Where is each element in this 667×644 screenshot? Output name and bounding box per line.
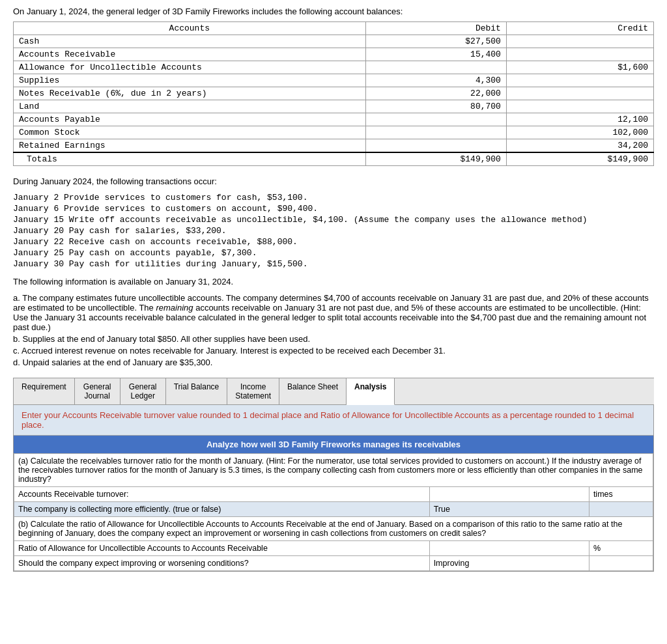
account-name: Common Stock xyxy=(14,126,366,139)
account-name: Land xyxy=(14,100,366,113)
account-name: Allowance for Uncollectible Accounts xyxy=(14,61,366,74)
total-credit: $149,900 xyxy=(506,152,653,166)
transaction-item: January 30 Pay cash for utilities during… xyxy=(13,259,654,269)
tab-requirement[interactable]: Requirement xyxy=(14,378,75,405)
debit-value: 80,700 xyxy=(365,100,506,113)
tabs-container: RequirementGeneralJournalGeneralLedgerTr… xyxy=(13,378,654,405)
improving-input-cell[interactable] xyxy=(429,556,589,571)
balance-row: Notes Receivable (6%, due in 2 years) 22… xyxy=(14,87,654,100)
debit-value xyxy=(365,126,506,139)
balance-row: Accounts Receivable 15,400 xyxy=(14,48,654,61)
account-name: Supplies xyxy=(14,74,366,87)
ratio-input-cell[interactable] xyxy=(429,541,589,556)
col-header-debit: Debit xyxy=(365,22,506,35)
info-item: d. Unpaid salaries at the end of January… xyxy=(13,357,654,367)
efficiency-row: The company is collecting more efficient… xyxy=(14,502,653,517)
credit-value xyxy=(506,74,653,87)
balance-table: Accounts Debit Credit Cash $27,500 Accou… xyxy=(13,21,654,166)
ar-turnover-row: Accounts Receivable turnover: times xyxy=(14,487,653,502)
transaction-item: January 2 Provide services to customers … xyxy=(13,193,654,203)
analysis-table: (a) Calculate the receivables turnover r… xyxy=(14,453,653,571)
tab-income-statement[interactable]: IncomeStatement xyxy=(227,378,279,405)
balance-row: Land 80,700 xyxy=(14,100,654,113)
ar-input[interactable] xyxy=(434,490,585,499)
available-text: The following information is available o… xyxy=(13,277,654,287)
debit-value xyxy=(365,61,506,74)
info-items: a. The company estimates future uncollec… xyxy=(13,293,654,367)
during-text: During January 2024, the following trans… xyxy=(13,176,654,186)
ratio-label: Ratio of Allowance for Uncollectible Acc… xyxy=(14,541,430,556)
ar-unit: times xyxy=(589,487,653,502)
ratio-row: Ratio of Allowance for Uncollectible Acc… xyxy=(14,541,653,556)
col-header-credit: Credit xyxy=(506,22,653,35)
debit-value: $27,500 xyxy=(365,35,506,48)
instruction-banner: Enter your Accounts Receivable turnover … xyxy=(14,405,653,436)
intro-text: On January 1, 2024, the general ledger o… xyxy=(13,7,654,16)
efficiency-label: The company is collecting more efficient… xyxy=(14,502,430,517)
balance-row: Accounts Payable 12,100 xyxy=(14,113,654,126)
part-a-desc-row: (a) Calculate the receivables turnover r… xyxy=(14,454,653,487)
balance-row: Cash $27,500 xyxy=(14,35,654,48)
balance-row: Supplies 4,300 xyxy=(14,74,654,87)
efficiency-input-cell[interactable] xyxy=(429,502,589,517)
debit-value xyxy=(365,139,506,153)
improving-label: Should the company expect improving or w… xyxy=(14,556,430,571)
debit-value: 22,000 xyxy=(365,87,506,100)
total-label: Totals xyxy=(14,152,366,166)
analysis-header: Analyze how well 3D Family Fireworks man… xyxy=(14,436,653,453)
tab-trial-balance[interactable]: Trial Balance xyxy=(166,378,228,405)
ar-label: Accounts Receivable turnover: xyxy=(14,487,430,502)
balance-row: Retained Earnings 34,200 xyxy=(14,139,654,153)
part-b-desc-row: (b) Calculate the ratio of Allowance for… xyxy=(14,517,653,541)
transaction-item: January 6 Provide services to customers … xyxy=(13,204,654,214)
part-b-desc: (b) Calculate the ratio of Allowance for… xyxy=(14,517,653,541)
transaction-item: January 22 Receive cash on accounts rece… xyxy=(13,237,654,247)
analysis-section: Analyze how well 3D Family Fireworks man… xyxy=(14,436,653,571)
ar-input-cell[interactable] xyxy=(429,487,589,502)
ratio-unit: % xyxy=(589,541,653,556)
balance-row: Allowance for Uncollectible Accounts $1,… xyxy=(14,61,654,74)
transactions-list: January 2 Provide services to customers … xyxy=(13,193,654,269)
col-header-accounts: Accounts xyxy=(14,22,366,35)
account-name: Notes Receivable (6%, due in 2 years) xyxy=(14,87,366,100)
transaction-item: January 25 Pay cash on accounts payable,… xyxy=(13,248,654,258)
tab-balance-sheet[interactable]: Balance Sheet xyxy=(279,378,347,405)
improving-row: Should the company expect improving or w… xyxy=(14,556,653,571)
account-name: Retained Earnings xyxy=(14,139,366,153)
tab-analysis[interactable]: Analysis xyxy=(347,378,395,405)
debit-value xyxy=(365,113,506,126)
transaction-item: January 20 Pay cash for salaries, $33,20… xyxy=(13,226,654,236)
improving-input[interactable] xyxy=(434,559,585,568)
credit-value: 12,100 xyxy=(506,113,653,126)
efficiency-input[interactable] xyxy=(434,505,585,514)
debit-value: 15,400 xyxy=(365,48,506,61)
ratio-input[interactable] xyxy=(434,544,585,553)
account-name: Accounts Receivable xyxy=(14,48,366,61)
account-name: Accounts Payable xyxy=(14,113,366,126)
info-item: b. Supplies at the end of January total … xyxy=(13,334,654,344)
debit-value: 4,300 xyxy=(365,74,506,87)
balance-total-row: Totals $149,900 $149,900 xyxy=(14,152,654,166)
part-a-desc: (a) Calculate the receivables turnover r… xyxy=(14,454,653,487)
balance-row: Common Stock 102,000 xyxy=(14,126,654,139)
instruction-text: Enter your Accounts Receivable turnover … xyxy=(21,410,634,430)
credit-value xyxy=(506,87,653,100)
account-name: Cash xyxy=(14,35,366,48)
tab-general-ledger[interactable]: GeneralLedger xyxy=(121,378,166,405)
improving-unit xyxy=(589,556,653,571)
credit-value xyxy=(506,35,653,48)
credit-value xyxy=(506,100,653,113)
credit-value: $1,600 xyxy=(506,61,653,74)
info-item: a. The company estimates future uncollec… xyxy=(13,293,654,332)
credit-value: 102,000 xyxy=(506,126,653,139)
transaction-item: January 15 Write off accounts receivable… xyxy=(13,215,654,225)
tab-content: Enter your Accounts Receivable turnover … xyxy=(13,405,654,572)
total-debit: $149,900 xyxy=(365,152,506,166)
credit-value: 34,200 xyxy=(506,139,653,153)
info-item: c. Accrued interest revenue on notes rec… xyxy=(13,346,654,356)
tabs-end xyxy=(395,378,654,405)
efficiency-unit xyxy=(589,502,653,517)
credit-value xyxy=(506,48,653,61)
tab-general-journal[interactable]: GeneralJournal xyxy=(75,378,121,405)
